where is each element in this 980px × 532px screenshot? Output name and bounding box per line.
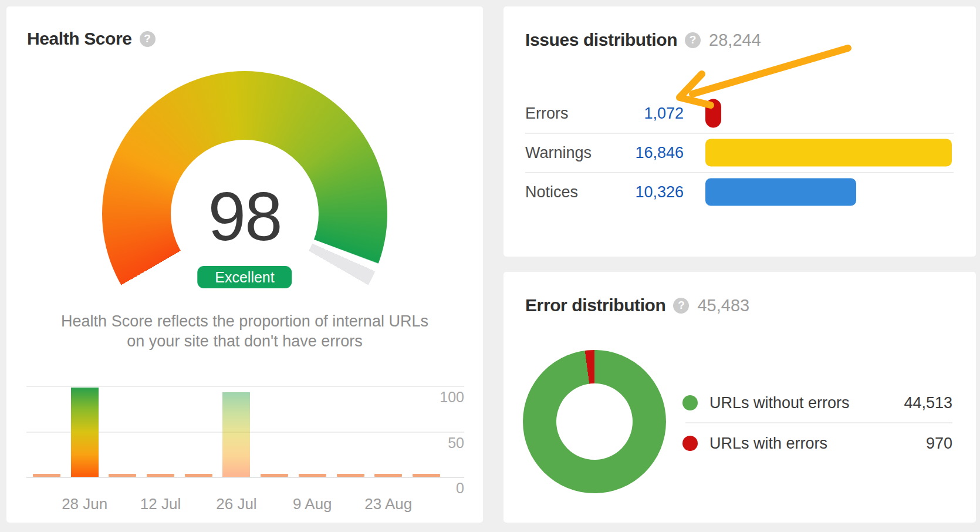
issue-count-link[interactable]: 16,846 <box>525 144 684 162</box>
issues-total-count: 28,244 <box>709 31 761 50</box>
health-score-value: 98 <box>6 183 483 251</box>
issues-distribution-card: Issues distribution ? 28,244 Errors 1,07… <box>503 6 976 257</box>
history-bar-slot: 26 Jul <box>222 381 250 478</box>
issue-row-notices: Notices 10,326 <box>525 173 954 211</box>
x-axis-tick-label: 12 Jul <box>140 495 181 513</box>
legend-item-with-errors: URLs with errors 970 <box>682 424 952 463</box>
issue-row-errors: Errors 1,072 <box>525 94 954 133</box>
history-stub <box>413 474 440 477</box>
description-line: on your site that don't have errors <box>6 331 483 351</box>
history-stub-slot <box>185 381 212 478</box>
legend-value: 970 <box>926 435 952 453</box>
history-stub-slot: 9 Aug <box>299 381 326 478</box>
legend-label: URLs with errors <box>709 435 926 453</box>
issue-count-link[interactable]: 10,326 <box>525 183 684 201</box>
description-line: Health Score reflects the proportion of … <box>6 311 483 331</box>
warnings-bar <box>705 139 952 167</box>
help-icon[interactable]: ? <box>685 32 701 48</box>
history-stub <box>33 474 60 477</box>
issues-header: Issues distribution ? 28,244 <box>525 30 761 50</box>
history-stub-slot: 23 Aug <box>374 381 402 478</box>
x-axis-tick-label: 9 Aug <box>293 495 332 513</box>
legend-label: URLs without errors <box>709 394 904 412</box>
health-score-description: Health Score reflects the proportion of … <box>6 311 483 351</box>
history-bar[interactable] <box>222 392 250 477</box>
errors-title: Error distribution <box>525 295 665 315</box>
health-score-card: Health Score ? 98 Excellent Health Score… <box>6 6 483 523</box>
issue-row-warnings: Warnings 16,846 <box>525 133 954 172</box>
help-icon[interactable]: ? <box>140 31 156 47</box>
history-stub <box>337 474 364 477</box>
legend-color-dot <box>682 395 698 410</box>
history-stub <box>374 474 402 477</box>
x-axis-tick-label: 28 Jun <box>62 495 107 513</box>
issue-count-link[interactable]: 1,072 <box>525 105 684 123</box>
errors-total-count: 45,483 <box>697 296 749 315</box>
donut-hole <box>556 383 633 460</box>
legend-item-without-errors: URLs without errors 44,513 <box>682 383 952 422</box>
health-score-title: Health Score <box>27 29 132 49</box>
legend-value: 44,513 <box>904 394 952 412</box>
history-bar-slot: 28 Jun <box>71 381 99 478</box>
history-stub-slot: 12 Jul <box>147 381 174 478</box>
y-axis-tick-label: 0 <box>423 480 464 497</box>
error-distribution-card: Error distribution ? 45,483 URLs without… <box>503 272 976 523</box>
history-stub-slot <box>33 381 60 478</box>
history-stub <box>299 474 326 477</box>
history-stub-slot <box>261 381 288 478</box>
issues-title: Issues distribution <box>525 30 677 50</box>
x-axis-tick-label: 26 Jul <box>216 495 256 513</box>
legend-color-dot <box>682 436 698 451</box>
x-axis-tick-label: 23 Aug <box>364 495 412 513</box>
history-stub <box>261 474 288 477</box>
dashboard: { "page": { "background": "#efeff0", "ca… <box>0 0 980 532</box>
history-bar[interactable] <box>71 388 99 477</box>
errors-header: Error distribution ? 45,483 <box>525 295 749 315</box>
history-stub-slot <box>413 381 440 478</box>
help-icon[interactable]: ? <box>673 298 689 314</box>
health-score-history-chart: 100 50 0 28 Jun12 Jul26 Jul9 Aug23 Aug <box>26 381 464 521</box>
health-score-badge: Excellent <box>197 266 292 288</box>
notices-bar <box>705 179 856 206</box>
history-stub <box>109 474 136 477</box>
history-stub-slot <box>337 381 364 478</box>
history-stub <box>147 474 174 477</box>
history-bars: 28 Jun12 Jul26 Jul9 Aug23 Aug <box>33 381 440 478</box>
history-stub <box>185 474 212 477</box>
errors-bar <box>705 99 721 128</box>
health-score-header: Health Score ? <box>27 29 156 49</box>
history-stub-slot <box>109 381 136 478</box>
divider <box>685 422 952 423</box>
